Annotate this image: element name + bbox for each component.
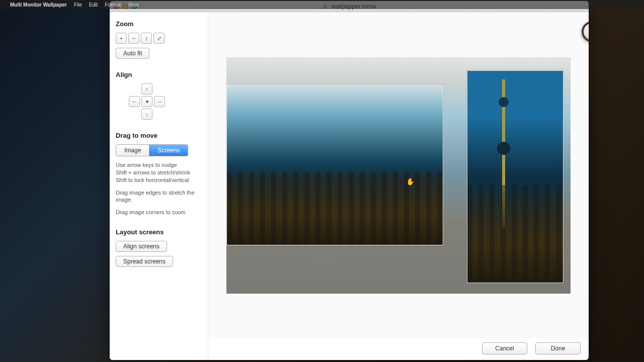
menu-edit[interactable]: Edit: [89, 2, 98, 8]
drag-help-1: Use arrow keys to nudge Shift + arrows t…: [116, 161, 202, 184]
align-bottom-button[interactable]: ↓: [141, 109, 152, 120]
align-screens-button[interactable]: Align screens: [116, 241, 167, 252]
arrow-right-icon: →: [157, 99, 163, 105]
city-skyline-graphic-2: [467, 185, 563, 283]
dot-icon: •: [120, 35, 122, 41]
drag-help-3: Drag image corners to zoom: [116, 209, 202, 216]
zoom-section: Zoom • ↔ ↕ ⤢ Auto fit: [116, 20, 202, 59]
app-menu[interactable]: Multi Monitor Wallpaper: [10, 2, 67, 8]
drag-help-2: Drag image edges to stretch the image.: [116, 189, 202, 204]
arrow-up-icon: ↑: [145, 86, 148, 92]
arrows-vertical-icon: ↕: [145, 35, 148, 41]
menu-file[interactable]: File: [74, 2, 82, 8]
arrow-down-icon: ↓: [145, 111, 148, 117]
app-window: 🖥 wallpapper.mmw Zoom • ↔ ↕: [110, 1, 589, 360]
wallpaper-layout[interactable]: ✋: [226, 57, 571, 294]
arrows-horizontal-icon: ↔: [131, 35, 137, 41]
align-right-button[interactable]: →: [154, 96, 165, 107]
auto-fit-button[interactable]: Auto fit: [116, 48, 149, 59]
cancel-button[interactable]: Cancel: [482, 342, 527, 354]
align-heading: Align: [116, 71, 202, 78]
arrow-left-icon: ←: [132, 99, 137, 105]
screen-2[interactable]: [467, 70, 564, 283]
zoom-fit-width-button[interactable]: ↔: [128, 33, 139, 44]
align-section: Align ↑ ← ✦ →: [116, 71, 202, 120]
dialog-footer: Cancel Done: [110, 337, 589, 360]
zoom-heading: Zoom: [116, 20, 202, 28]
layout-section: Layout screens Align screens Spread scre…: [116, 228, 202, 267]
zoom-fit-height-button[interactable]: ↕: [141, 33, 152, 44]
zoom-fit-diagonal-button[interactable]: ⤢: [153, 33, 165, 44]
center-icon: ✦: [145, 99, 149, 105]
menu-view[interactable]: View: [128, 2, 139, 8]
spread-screens-button[interactable]: Spread screens: [116, 256, 173, 267]
arrows-diagonal-icon: ⤢: [157, 35, 162, 42]
drag-mode-segment: Image Screens: [116, 144, 188, 156]
align-left-button[interactable]: ←: [129, 96, 140, 107]
menu-format[interactable]: Format: [105, 2, 121, 8]
layout-heading: Layout screens: [116, 228, 202, 236]
drag-mode-screens[interactable]: Screens: [149, 145, 188, 156]
screen-1[interactable]: ✋: [226, 84, 443, 245]
zoom-actual-button[interactable]: •: [116, 33, 127, 44]
done-button[interactable]: Done: [535, 342, 581, 354]
system-menubar: Multi Monitor Wallpaper File Edit Format…: [0, 0, 644, 9]
preview-canvas[interactable]: ✋: [208, 12, 589, 339]
sidebar: Zoom • ↔ ↕ ⤢ Auto fit: [110, 12, 208, 360]
window-content: Zoom • ↔ ↕ ⤢ Auto fit: [110, 12, 589, 360]
align-center-button[interactable]: ✦: [141, 96, 152, 107]
drag-heading: Drag to move: [116, 132, 202, 139]
align-top-button[interactable]: ↑: [141, 83, 152, 95]
drag-section: Drag to move Image Screens Use arrow key…: [116, 132, 202, 216]
city-skyline-graphic: [227, 171, 443, 245]
drag-mode-image[interactable]: Image: [116, 145, 149, 156]
